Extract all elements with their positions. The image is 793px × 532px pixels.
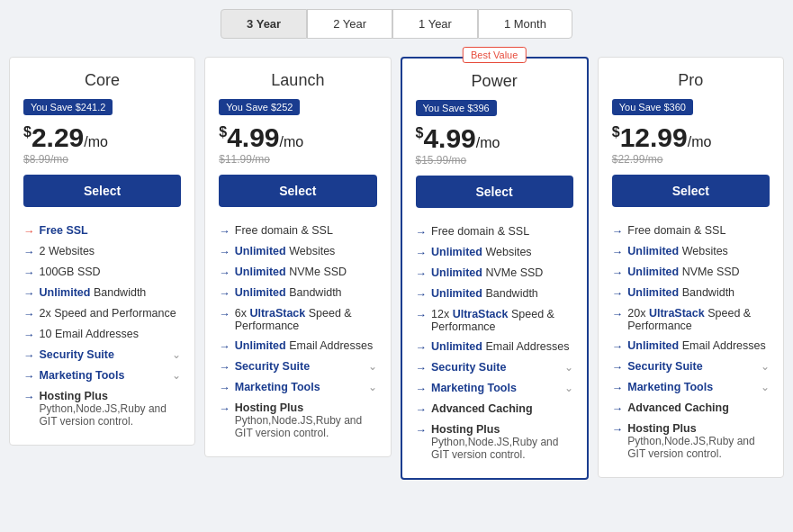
feature-item: →Hosting PlusPython,Node.JS,Ruby and GIT… [612, 419, 770, 464]
feature-item: →Unlimited Email Addresses [416, 337, 573, 357]
arrow-icon: → [612, 423, 624, 436]
feature-item: →Unlimited Bandwidth [219, 283, 376, 303]
select-button-launch[interactable]: Select [219, 175, 376, 207]
plan-title-core: Core [23, 71, 181, 90]
feature-text: Free SSL [40, 224, 88, 237]
feature-text: 2x Speed and Performance [40, 307, 176, 320]
price-section-power: $4.99/mo $15.99/mo [416, 123, 573, 167]
price-original-power: $15.99/mo [416, 154, 573, 167]
chevron-down-icon: ⌄ [564, 361, 573, 374]
feature-item: →10 Email Addresses [23, 324, 181, 345]
select-button-pro[interactable]: Select [612, 175, 770, 207]
feature-item: →Unlimited Websites [612, 241, 770, 262]
savings-badge-pro: You Save $360 [612, 99, 693, 115]
price-section-pro: $12.99/mo $22.99/mo [612, 122, 770, 166]
feature-text: 12x UltraStack Speed & Performance [431, 308, 573, 333]
arrow-icon: → [219, 308, 230, 320]
feature-item: →Security Suite⌄ [612, 356, 770, 377]
feature-text: Unlimited Websites [235, 245, 336, 257]
price-main-pro: $12.99/mo [612, 122, 770, 153]
arrow-icon: → [612, 225, 624, 238]
period-btn-2-year[interactable]: 2 Year [307, 9, 392, 39]
expandable-feature[interactable]: Marketing Tools⌄ [40, 369, 182, 382]
feature-item: →100GB SSD [23, 262, 181, 283]
plan-title-power: Power [416, 72, 573, 91]
feature-text: 20x UltraStack Speed & Performance [627, 307, 770, 332]
feature-text: Free domain & SSL [627, 224, 725, 237]
feature-item: →2 Websites [23, 241, 181, 262]
feature-text: Unlimited Email Addresses [235, 339, 374, 352]
feature-item: →Marketing Tools⌄ [219, 377, 376, 398]
feature-text: Advanced Caching [627, 401, 729, 414]
feature-list-power: →Free domain & SSL→Unlimited Websites→Un… [416, 221, 573, 464]
arrow-icon: → [23, 287, 35, 300]
arrow-icon: → [219, 340, 230, 353]
select-button-core[interactable]: Select [23, 175, 181, 207]
expandable-feature[interactable]: Security Suite⌄ [235, 360, 377, 373]
arrow-icon: → [612, 308, 624, 320]
plan-title-launch: Launch [219, 71, 376, 90]
chevron-down-icon: ⌄ [564, 382, 573, 394]
select-button-power[interactable]: Select [416, 176, 573, 208]
cards-container: CoreYou Save $241.2$2.29/mo $8.99/moSele… [9, 57, 784, 480]
feature-text: Free domain & SSL [431, 225, 529, 238]
arrow-icon: → [612, 266, 624, 279]
feature-item: →Unlimited Email Addresses [612, 336, 770, 356]
feature-item: →Advanced Caching [416, 399, 573, 419]
feature-text: Marketing Tools [40, 369, 125, 382]
best-value-badge: Best Value [463, 47, 526, 63]
expandable-feature[interactable]: Security Suite⌄ [431, 361, 573, 374]
expandable-feature[interactable]: Marketing Tools⌄ [431, 382, 573, 394]
feature-item: →Unlimited NVMe SSD [416, 263, 573, 284]
arrow-icon: → [612, 340, 624, 353]
period-selector: 3 Year2 Year1 Year1 Month [9, 9, 784, 39]
period-btn-1-year[interactable]: 1 Year [392, 9, 478, 39]
feature-text: Advanced Caching [431, 402, 533, 415]
arrow-icon: → [23, 266, 35, 279]
feature-item: →Free SSL [23, 221, 181, 241]
arrow-icon: → [23, 391, 35, 403]
feature-text: Unlimited Bandwidth [431, 287, 538, 300]
expandable-feature[interactable]: Marketing Tools⌄ [627, 381, 770, 393]
feature-text: Unlimited Bandwidth [235, 286, 342, 299]
plan-card-pro: ProYou Save $360$12.99/mo $22.99/moSelec… [598, 57, 784, 478]
feature-item: →Security Suite⌄ [23, 345, 181, 365]
feature-text: 10 Email Addresses [40, 328, 139, 340]
feature-text: Unlimited Email Addresses [431, 340, 570, 353]
price-section-core: $2.29/mo $8.99/mo [23, 122, 181, 166]
feature-item: →Unlimited Websites [416, 242, 573, 263]
period-btn-3-year[interactable]: 3 Year [221, 9, 307, 39]
period-btn-1-month[interactable]: 1 Month [478, 9, 572, 39]
arrow-icon: → [612, 361, 624, 374]
price-original-launch: $11.99/mo [219, 153, 376, 166]
arrow-icon: → [23, 246, 35, 258]
expandable-feature[interactable]: Security Suite⌄ [40, 348, 182, 361]
feature-text: 100GB SSD [40, 266, 101, 278]
feature-item: →20x UltraStack Speed & Performance [612, 303, 770, 336]
arrow-icon: → [219, 361, 230, 374]
feature-item: →Unlimited NVMe SSD [219, 262, 376, 283]
chevron-down-icon: ⌄ [761, 381, 770, 393]
feature-item: →Free domain & SSL [416, 221, 573, 242]
feature-item: →Security Suite⌄ [219, 356, 376, 377]
feature-text: Security Suite [431, 361, 506, 374]
chevron-down-icon: ⌄ [761, 360, 770, 373]
feature-item: →Hosting PlusPython,Node.JS,Ruby and GIT… [416, 419, 573, 464]
feature-list-pro: →Free domain & SSL→Unlimited Websites→Un… [612, 221, 770, 464]
price-main-core: $2.29/mo [23, 122, 181, 153]
feature-item: →Unlimited Bandwidth [416, 284, 573, 304]
feature-text: Marketing Tools [235, 381, 320, 393]
feature-item: →Unlimited Email Addresses [219, 336, 376, 356]
feature-item: →Security Suite⌄ [416, 357, 573, 378]
arrow-icon: → [416, 362, 428, 374]
feature-item: →6x UltraStack Speed & Performance [219, 303, 376, 336]
arrow-icon: → [416, 424, 428, 437]
feature-text: Marketing Tools [627, 381, 713, 393]
plan-title-pro: Pro [612, 71, 770, 90]
expandable-feature[interactable]: Security Suite⌄ [627, 360, 770, 373]
feature-text: 2 Websites [40, 245, 95, 257]
arrow-icon: → [416, 341, 428, 354]
arrow-icon: → [416, 288, 428, 301]
feature-item: →Unlimited Bandwidth [612, 283, 770, 303]
expandable-feature[interactable]: Marketing Tools⌄ [235, 381, 377, 393]
